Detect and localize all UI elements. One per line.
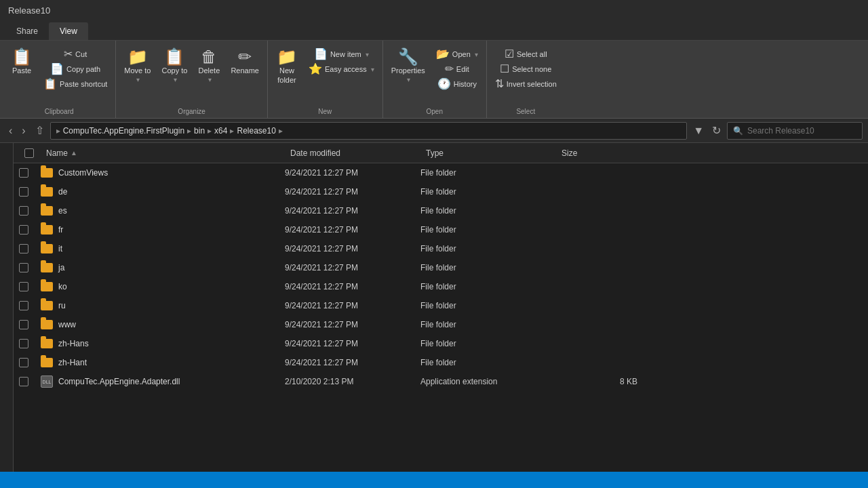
col-header-size[interactable]: Size <box>556 148 637 158</box>
table-row[interactable]: ko 9/24/2021 12:27 PM File folder <box>14 277 868 296</box>
header-checkbox[interactable] <box>24 148 34 158</box>
file-type: File folder <box>420 301 556 310</box>
new-item-button[interactable]: 📄 New item ▾ <box>304 47 378 61</box>
select-none-icon: ☐ <box>500 64 509 75</box>
folder-icon <box>41 301 53 310</box>
file-checkbox[interactable] <box>19 168 28 178</box>
file-checkbox[interactable] <box>19 187 28 197</box>
edit-button[interactable]: ✏ Edit <box>432 62 482 76</box>
file-checkbox[interactable] <box>19 282 28 291</box>
file-name: it <box>58 244 62 253</box>
address-actions: ▼ ↻ <box>690 123 724 138</box>
file-type: File folder <box>420 187 556 197</box>
file-checkbox[interactable] <box>19 206 28 216</box>
file-type: File folder <box>420 206 556 216</box>
tab-view[interactable]: View <box>49 22 88 40</box>
path-sep-3: ▸ <box>230 126 234 136</box>
open-group: 🔧 Properties ▾ 📂 Open ▾ ✏ Edit 🕐 History <box>383 41 487 118</box>
dropdown-btn[interactable]: ▼ <box>690 123 707 138</box>
invert-icon: ⇅ <box>495 79 504 89</box>
copy-path-button[interactable]: 📄 Copy path <box>39 62 111 76</box>
paste-shortcut-button[interactable]: 📋 Paste shortcut <box>39 77 111 91</box>
file-checkbox[interactable] <box>19 225 28 235</box>
refresh-btn[interactable]: ↻ <box>709 123 724 138</box>
open-button[interactable]: 📂 Open ▾ <box>432 47 482 61</box>
open-icon: 📂 <box>436 49 450 60</box>
easy-access-icon: ⭐ <box>309 64 322 75</box>
new-folder-button[interactable]: 📁 New folder <box>272 46 302 87</box>
tab-share[interactable]: Share <box>5 22 49 40</box>
new-content: 📁 New folder 📄 New item ▾ ⭐ Easy access … <box>272 43 378 115</box>
col-check[interactable] <box>19 148 41 158</box>
col-header-date[interactable]: Date modified <box>285 148 420 158</box>
file-type: File folder <box>420 320 556 329</box>
file-checkbox[interactable] <box>19 263 28 272</box>
search-box[interactable]: 🔍 <box>727 122 863 140</box>
file-name: es <box>58 206 67 216</box>
col-header-type[interactable]: Type <box>420 148 556 158</box>
content-area: Name ▲ Date modified Type Size CustomVie… <box>14 143 868 472</box>
table-row[interactable]: DLL CompuTec.AppEngine.Adapter.dll 2/10/… <box>14 372 868 391</box>
table-row[interactable]: zh-Hant 9/24/2021 12:27 PM File folder <box>14 353 868 372</box>
select-label: Select <box>487 108 565 115</box>
file-checkbox[interactable] <box>19 320 28 329</box>
properties-button[interactable]: 🔧 Properties ▾ <box>387 46 429 86</box>
table-row[interactable]: CustomViews 9/24/2021 12:27 PM File fold… <box>14 163 868 182</box>
file-checkbox[interactable] <box>19 358 28 367</box>
title-bar: Release10 <box>0 0 868 20</box>
history-button[interactable]: 🕐 History <box>432 77 482 91</box>
copy-chevron: ▾ <box>174 76 177 83</box>
file-name-cell: de <box>41 187 285 197</box>
path-sep-1: ▸ <box>187 126 191 136</box>
file-checkbox[interactable] <box>19 377 28 386</box>
dll-icon: DLL <box>41 375 53 388</box>
new-folder-icon: 📁 <box>277 49 297 65</box>
table-row[interactable]: zh-Hans 9/24/2021 12:27 PM File folder <box>14 334 868 353</box>
file-checkbox[interactable] <box>19 301 28 310</box>
address-path[interactable]: ▸ CompuTec.AppEngine.FirstPlugin ▸ bin ▸… <box>50 122 688 140</box>
select-none-button[interactable]: ☐ Select none <box>491 62 561 76</box>
delete-chevron: ▾ <box>208 76 212 83</box>
invert-selection-button[interactable]: ⇅ Invert selection <box>491 77 561 91</box>
cut-icon: ✂ <box>64 49 73 60</box>
col-header-name[interactable]: Name ▲ <box>41 148 285 158</box>
delete-button[interactable]: 🗑 Delete ▾ <box>194 46 224 86</box>
paste-icon: 📋 <box>12 49 32 65</box>
file-checkbox[interactable] <box>19 244 28 253</box>
file-checkbox-cell <box>19 244 41 253</box>
up-button[interactable]: ⇧ <box>32 123 47 138</box>
table-row[interactable]: de 9/24/2021 12:27 PM File folder <box>14 182 868 201</box>
select-all-button[interactable]: ☑ Select all <box>491 47 561 61</box>
paste-shortcut-icon: 📋 <box>43 79 57 89</box>
file-name: de <box>58 187 67 197</box>
delete-icon: 🗑 <box>201 49 217 65</box>
back-button[interactable]: ‹ <box>5 123 16 138</box>
path-part-1[interactable]: bin <box>194 126 205 136</box>
table-row[interactable]: www 9/24/2021 12:27 PM File folder <box>14 315 868 334</box>
easy-access-button[interactable]: ⭐ Easy access ▾ <box>304 62 378 76</box>
table-row[interactable]: ja 9/24/2021 12:27 PM File folder <box>14 258 868 277</box>
table-row[interactable]: ru 9/24/2021 12:27 PM File folder <box>14 296 868 315</box>
path-part-0[interactable]: CompuTec.AppEngine.FirstPlugin <box>63 126 184 136</box>
file-checkbox[interactable] <box>19 339 28 348</box>
forward-button[interactable]: › <box>18 123 28 138</box>
folder-icon <box>41 263 53 272</box>
table-row[interactable]: it 9/24/2021 12:27 PM File folder <box>14 239 868 258</box>
table-row[interactable]: fr 9/24/2021 12:27 PM File folder <box>14 220 868 239</box>
table-row[interactable]: es 9/24/2021 12:27 PM File folder <box>14 201 868 220</box>
paste-button[interactable]: 📋 Paste <box>7 46 37 77</box>
search-input[interactable] <box>747 126 856 136</box>
path-part-3[interactable]: Release10 <box>237 126 275 136</box>
file-list[interactable]: CustomViews 9/24/2021 12:27 PM File fold… <box>14 163 868 472</box>
file-checkbox-cell <box>19 206 41 216</box>
file-name-cell: DLL CompuTec.AppEngine.Adapter.dll <box>41 375 285 388</box>
move-icon: 📁 <box>127 49 148 65</box>
path-sep-2: ▸ <box>208 126 212 136</box>
move-to-button[interactable]: 📁 Move to ▾ <box>120 46 155 86</box>
path-part-2[interactable]: x64 <box>214 126 227 136</box>
address-bar: ‹ › ⇧ ▸ CompuTec.AppEngine.FirstPlugin ▸… <box>0 119 868 143</box>
copy-to-button[interactable]: 📋 Copy to ▾ <box>157 46 191 86</box>
new-item-chevron: ▾ <box>366 51 369 58</box>
cut-button[interactable]: ✂ Cut <box>39 47 111 61</box>
rename-button[interactable]: ✏ Rename <box>226 46 263 77</box>
